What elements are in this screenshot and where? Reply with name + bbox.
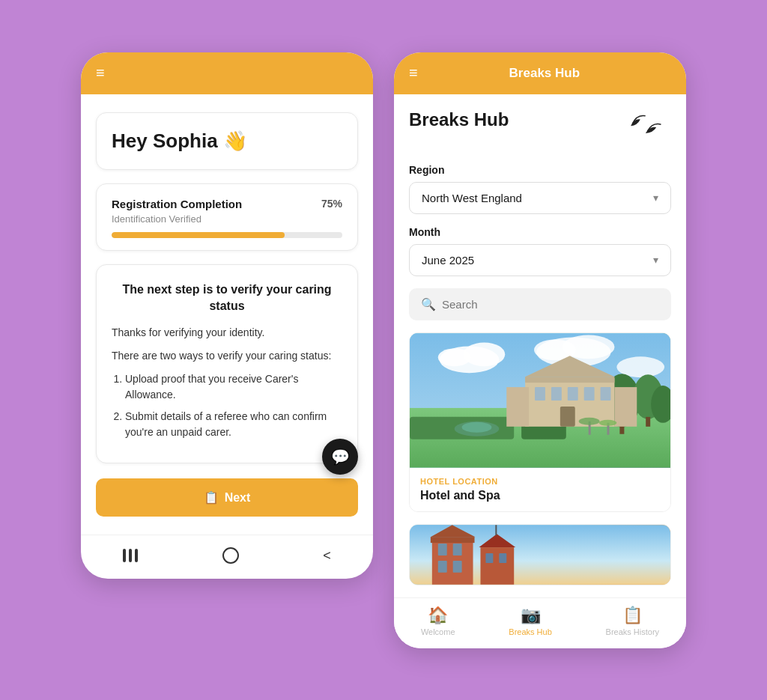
left-top-bar: ≡ bbox=[81, 52, 373, 94]
next-button-label: Next bbox=[225, 491, 251, 505]
hotel-card-2[interactable] bbox=[409, 524, 671, 585]
info-step-2: Submit details of a referee who can conf… bbox=[125, 409, 342, 440]
menu-icon-right[interactable]: ≡ bbox=[409, 64, 418, 82]
next-button[interactable]: 📋 Next bbox=[96, 478, 358, 517]
phones-container: ≡ Hey Sophia 👋 Registration Completion 7… bbox=[81, 52, 686, 648]
svg-rect-41 bbox=[480, 547, 514, 585]
info-card: The next step is to verify your caring s… bbox=[96, 264, 358, 464]
month-chevron-icon: ▾ bbox=[653, 254, 658, 266]
reg-title: Registration Completion bbox=[112, 198, 242, 210]
svg-rect-40 bbox=[453, 560, 462, 572]
svg-rect-44 bbox=[499, 553, 506, 563]
left-content-area: Hey Sophia 👋 Registration Completion 75%… bbox=[81, 94, 373, 535]
svg-rect-26 bbox=[560, 406, 575, 426]
nav-item-breaks-history[interactable]: 📋 Breaks History bbox=[606, 606, 660, 636]
hotel-image-1 bbox=[410, 333, 670, 468]
hotel-card-1[interactable]: HOTEL LOCATION Hotel and Spa bbox=[409, 332, 671, 512]
svg-rect-39 bbox=[438, 560, 447, 572]
svg-rect-20 bbox=[614, 387, 637, 427]
bottom-nav-left: < bbox=[81, 535, 373, 579]
info-para1: Thanks for verifying your identity. bbox=[112, 325, 342, 341]
nav-back-arrow[interactable]: < bbox=[323, 548, 331, 564]
region-dropdown[interactable]: North West England ▾ bbox=[409, 182, 671, 214]
chat-icon: 💬 bbox=[331, 448, 350, 466]
svg-rect-43 bbox=[485, 553, 493, 563]
registration-card: Registration Completion 75% Identificati… bbox=[96, 183, 358, 251]
search-box[interactable]: 🔍 bbox=[409, 288, 671, 320]
hotel-name-1: Hotel and Spa bbox=[420, 489, 660, 502]
hotel2-scene-svg bbox=[410, 525, 670, 585]
nav-item-breaks-hub[interactable]: 📷 Breaks Hub bbox=[509, 606, 551, 636]
svg-rect-22 bbox=[551, 387, 562, 401]
right-phone: ≡ Breaks Hub Breaks Hub Region bbox=[394, 52, 686, 648]
welcome-icon: 🏠 bbox=[428, 606, 448, 625]
svg-rect-37 bbox=[438, 544, 447, 556]
month-dropdown[interactable]: June 2025 ▾ bbox=[409, 244, 671, 276]
svg-rect-19 bbox=[506, 387, 529, 427]
svg-point-3 bbox=[438, 348, 471, 366]
birds-decoration bbox=[626, 109, 671, 152]
svg-rect-23 bbox=[568, 387, 578, 401]
birds-svg bbox=[626, 109, 671, 147]
doc-icon: 📋 bbox=[204, 490, 219, 505]
scene-svg bbox=[410, 333, 670, 468]
welcome-label: Welcome bbox=[421, 627, 455, 636]
info-steps: Upload proof that you receive Carer's Al… bbox=[112, 371, 342, 440]
breaks-history-label: Breaks History bbox=[606, 627, 660, 636]
reg-subtitle: Identification Verified bbox=[112, 213, 342, 225]
breaks-history-icon: 📋 bbox=[622, 606, 643, 625]
bottom-nav-right: 🏠 Welcome 📷 Breaks Hub 📋 Breaks History bbox=[394, 597, 686, 648]
nav-bars[interactable] bbox=[123, 549, 138, 562]
svg-rect-25 bbox=[601, 387, 611, 401]
right-top-bar: ≡ Breaks Hub bbox=[394, 52, 686, 94]
hotel-info-1: HOTEL LOCATION Hotel and Spa bbox=[410, 468, 670, 511]
svg-rect-35 bbox=[431, 537, 475, 543]
breaks-hub-header: Breaks Hub bbox=[409, 109, 671, 152]
breaks-hub-title: Breaks Hub bbox=[409, 109, 509, 130]
search-icon: 🔍 bbox=[421, 297, 436, 311]
progress-bar-fill bbox=[112, 232, 285, 238]
breaks-hub-nav-label: Breaks Hub bbox=[509, 627, 551, 636]
nav-item-welcome[interactable]: 🏠 Welcome bbox=[421, 606, 455, 636]
hotel-image-2 bbox=[410, 525, 670, 585]
region-chevron-icon: ▾ bbox=[653, 192, 658, 204]
region-value: North West England bbox=[422, 192, 522, 204]
month-value: June 2025 bbox=[422, 254, 474, 267]
svg-point-28 bbox=[462, 421, 492, 432]
right-top-bar-title: Breaks Hub bbox=[418, 66, 671, 81]
greeting-card: Hey Sophia 👋 bbox=[96, 112, 358, 170]
svg-point-30 bbox=[579, 417, 600, 424]
svg-rect-38 bbox=[453, 544, 462, 556]
left-phone-content: Hey Sophia 👋 Registration Completion 75%… bbox=[81, 94, 373, 535]
hotel-scene bbox=[410, 333, 670, 468]
region-label: Region bbox=[409, 164, 671, 176]
month-label: Month bbox=[409, 226, 671, 238]
menu-icon-left[interactable]: ≡ bbox=[96, 64, 105, 82]
svg-rect-14 bbox=[646, 416, 650, 426]
info-para2: There are two ways to verify your caring… bbox=[112, 348, 342, 364]
breaks-hub-icon: 📷 bbox=[521, 606, 541, 625]
reg-percent: 75% bbox=[321, 198, 342, 210]
nav-home-circle[interactable] bbox=[222, 547, 239, 564]
info-heading: The next step is to verify your caring s… bbox=[112, 281, 342, 315]
chat-button[interactable]: 💬 bbox=[322, 439, 358, 475]
svg-rect-45 bbox=[495, 525, 497, 535]
reg-header: Registration Completion 75% bbox=[112, 198, 342, 210]
left-phone: ≡ Hey Sophia 👋 Registration Completion 7… bbox=[81, 52, 373, 579]
svg-point-32 bbox=[599, 419, 617, 425]
progress-bar-bg bbox=[112, 232, 342, 238]
svg-rect-21 bbox=[535, 387, 545, 401]
info-step-1: Upload proof that you receive Carer's Al… bbox=[125, 371, 342, 403]
hotel-tag-1: HOTEL LOCATION bbox=[420, 477, 660, 486]
svg-rect-24 bbox=[584, 387, 595, 401]
greeting-text: Hey Sophia 👋 bbox=[112, 130, 247, 152]
search-input[interactable] bbox=[442, 298, 659, 311]
right-content-area: Breaks Hub Region North West England ▾ bbox=[394, 94, 686, 597]
svg-rect-17 bbox=[525, 377, 614, 383]
